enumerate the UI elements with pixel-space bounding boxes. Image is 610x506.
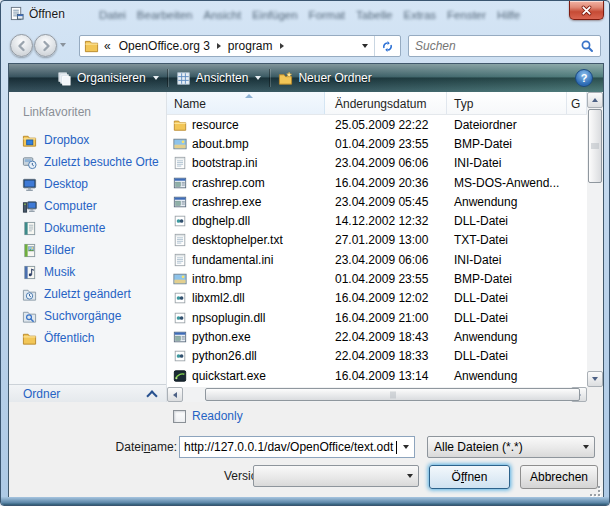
- file-row[interactable]: python.exe22.04.2009 18:43Anwendung: [167, 327, 587, 346]
- file-row[interactable]: resource25.05.2009 22:22Dateiordner: [167, 115, 587, 134]
- file-row[interactable]: npsoplugin.dll16.04.2009 21:00DLL-Datei: [167, 308, 587, 327]
- file-type: BMP-Datei: [447, 272, 567, 286]
- column-header-type[interactable]: Typ: [447, 92, 567, 114]
- window-title: Öffnen: [29, 7, 65, 21]
- sidebar-item-recent-places[interactable]: Zuletzt besuchte Orte: [9, 151, 166, 173]
- horizontal-scroll-thumb[interactable]: [205, 388, 580, 401]
- breadcrumb-overflow[interactable]: «: [103, 39, 112, 53]
- file-row[interactable]: libxml2.dll16.04.2009 12:02DLL-Datei: [167, 289, 587, 308]
- views-button[interactable]: Ansichten: [168, 67, 270, 90]
- column-header-size[interactable]: G: [567, 92, 587, 114]
- background-menu-item: Datei: [99, 9, 126, 21]
- breadcrumb-arrow-icon[interactable]: [280, 43, 284, 49]
- music-icon: [22, 265, 37, 280]
- file-row[interactable]: bootstrap.ini23.04.2009 06:06INI-Datei: [167, 154, 587, 173]
- background-menu-item: Fenster: [447, 9, 486, 21]
- column-header-name[interactable]: Name: [167, 92, 325, 114]
- search-box[interactable]: [408, 35, 601, 57]
- sidebar-item-label: Desktop: [44, 177, 88, 191]
- image-file-icon: [173, 272, 187, 286]
- close-button[interactable]: [569, 1, 604, 20]
- file-row[interactable]: desktophelper.txt27.01.2009 13:00TXT-Dat…: [167, 231, 587, 250]
- sidebar-item-searches[interactable]: Suchvorgänge: [9, 305, 166, 327]
- file-name: quickstart.exe: [192, 369, 266, 383]
- file-date: 27.01.2009 13:00: [325, 233, 447, 247]
- file-name: fundamental.ini: [192, 253, 273, 267]
- sidebar-item-recently-changed[interactable]: Zuletzt geändert: [9, 283, 166, 305]
- file-row[interactable]: quickstart.exe16.04.2009 13:14Anwendung: [167, 366, 587, 385]
- horizontal-scroll-track[interactable]: [183, 387, 571, 402]
- organize-icon: [57, 71, 72, 86]
- new-folder-button[interactable]: Neuer Ordner: [270, 67, 379, 90]
- resize-grip[interactable]: [590, 486, 600, 496]
- filetype-dropdown-button[interactable]: [577, 437, 594, 457]
- scroll-down-button[interactable]: [587, 371, 603, 387]
- file-date: 16.04.2009 13:14: [325, 369, 447, 383]
- filetype-select[interactable]: Alle Dateien (*.*): [427, 436, 595, 458]
- column-header-date[interactable]: Änderungsdatum: [325, 92, 447, 114]
- sidebar-item-computer[interactable]: Computer: [9, 195, 166, 217]
- sidebar-item-public[interactable]: Öffentlich: [9, 327, 166, 349]
- sidebar-item-desktop[interactable]: Desktop: [9, 173, 166, 195]
- search-icon[interactable]: [580, 39, 594, 53]
- file-date: 16.04.2009 12:02: [325, 291, 447, 305]
- file-row[interactable]: python26.dll22.04.2009 18:33DLL-Datei: [167, 347, 587, 366]
- background-menu-item: Ansicht: [203, 9, 241, 21]
- refresh-button[interactable]: [374, 36, 400, 56]
- file-date: 16.04.2009 21:00: [325, 311, 447, 325]
- sidebar-item-dropbox[interactable]: >Dropbox: [9, 129, 166, 151]
- version-select[interactable]: [253, 465, 419, 487]
- file-row[interactable]: fundamental.ini23.04.2009 06:06INI-Datei: [167, 250, 587, 269]
- file-name: resource: [192, 118, 239, 132]
- file-name: intro.bmp: [192, 272, 242, 286]
- forward-button[interactable]: [34, 34, 57, 57]
- readonly-checkbox[interactable]: [173, 410, 186, 423]
- cancel-button[interactable]: Abbrechen: [520, 465, 598, 489]
- file-date: 01.04.2009 23:55: [325, 137, 447, 151]
- filename-dropdown-button[interactable]: [397, 437, 414, 457]
- address-dropdown-button[interactable]: [356, 36, 374, 56]
- vertical-scrollbar[interactable]: [587, 92, 603, 387]
- open-button[interactable]: Öffnen: [429, 465, 510, 489]
- sidebar-item-pictures[interactable]: Bilder: [9, 239, 166, 261]
- breadcrumb-arrow-icon[interactable]: [217, 43, 221, 49]
- organize-button[interactable]: Organisieren: [49, 67, 167, 90]
- folders-expander[interactable]: Ordner: [9, 384, 166, 402]
- scroll-left-button[interactable]: [167, 387, 183, 402]
- file-row[interactable]: about.bmp01.04.2009 23:55BMP-Datei: [167, 134, 587, 153]
- file-type: Anwendung: [447, 195, 567, 209]
- back-button[interactable]: [10, 34, 33, 57]
- file-type: Dateiordner: [447, 118, 567, 132]
- views-dropdown-icon: [255, 76, 261, 80]
- sidebar-item-documents[interactable]: Dokumente: [9, 217, 166, 239]
- help-button[interactable]: ?: [575, 69, 593, 87]
- breadcrumb-item[interactable]: OpenOffice.org 3: [116, 39, 213, 53]
- views-label: Ansichten: [196, 71, 249, 85]
- filename-input[interactable]: http://127.0.0.1/dav/OpenOffice/text.odt: [179, 436, 415, 458]
- file-list: Name Änderungsdatum Typ G resource25.05.…: [167, 92, 603, 402]
- file-row[interactable]: crashrep.com16.04.2009 20:36MS-DOS-Anwen…: [167, 173, 587, 192]
- sidebar-item-label: Dropbox: [44, 133, 89, 147]
- title-bar[interactable]: Öffnen DateiBearbeitenAnsichtEinfügenFor…: [1, 1, 609, 29]
- file-type: Anwendung: [447, 369, 567, 383]
- sidebar-item-music[interactable]: Musik: [9, 261, 166, 283]
- scroll-up-button[interactable]: [587, 92, 603, 108]
- breadcrumb-item[interactable]: program: [225, 39, 276, 53]
- file-row[interactable]: dbghelp.dll14.12.2002 12:32DLL-Datei: [167, 211, 587, 230]
- new-folder-icon: [278, 71, 293, 86]
- version-dropdown-button[interactable]: [401, 466, 418, 486]
- history-dropdown-icon[interactable]: [60, 43, 66, 47]
- sidebar-item-label: Zuletzt besuchte Orte: [44, 155, 159, 169]
- main-area: Linkfavoriten >DropboxZuletzt besuchte O…: [9, 92, 603, 402]
- readonly-label[interactable]: Readonly: [192, 409, 243, 423]
- recent-places-icon: [22, 155, 37, 170]
- vertical-scroll-thumb[interactable]: [588, 109, 602, 183]
- horizontal-scrollbar[interactable]: [167, 387, 587, 402]
- file-row[interactable]: intro.bmp01.04.2009 23:55BMP-Datei: [167, 269, 587, 288]
- file-row[interactable]: crashrep.exe23.04.2009 05:45Anwendung: [167, 192, 587, 211]
- address-bar[interactable]: « OpenOffice.org 3program: [79, 35, 401, 57]
- favorites-sidebar: Linkfavoriten >DropboxZuletzt besuchte O…: [9, 92, 167, 402]
- sidebar-item-label: Zuletzt geändert: [44, 287, 131, 301]
- file-date: 22.04.2009 18:43: [325, 330, 447, 344]
- search-input[interactable]: [409, 39, 580, 53]
